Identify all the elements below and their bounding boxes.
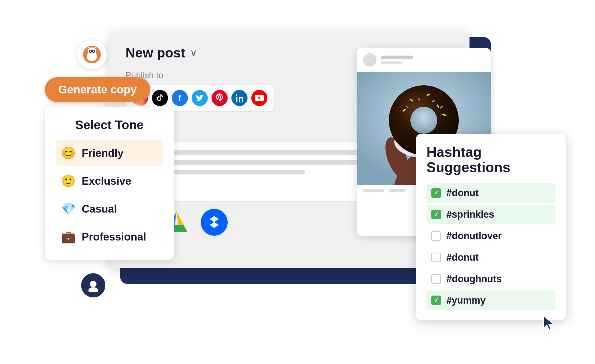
preview-header [357,48,491,72]
user-avatar[interactable] [81,273,105,297]
dropbox-logo[interactable] [201,209,228,236]
hashtag-label-donutlover: #donutlover [446,230,502,242]
professional-emoji: 💼 [61,230,76,244]
mouse-cursor [542,315,555,328]
hashtag-suggestions-panel: Hashtag Suggestions ✓ #donut ✓ #sprinkle… [416,134,566,320]
hashtag-item-sprinkles[interactable]: ✓ #sprinkles [426,205,555,224]
chevron-down-icon[interactable]: ∨ [190,47,197,59]
pinterest-icon[interactable] [212,90,228,106]
hashtag-label-sprinkles: #sprinkles [446,209,494,220]
tone-friendly[interactable]: 😊 Friendly [56,140,163,166]
hashtag-label-yummy: #yummy [446,295,486,306]
tone-selector-panel: Select Tone 😊 Friendly 🙂 Exclusive 💎 Cas… [45,107,174,260]
tiktok-icon[interactable] [152,90,168,106]
casual-emoji: 💎 [61,202,76,216]
hashtag-checkbox-doughnuts[interactable] [431,274,441,284]
casual-label: Casual [82,203,117,215]
hashtag-label-doughnuts: #doughnuts [446,273,502,285]
hootsuite-logo [77,40,107,69]
tone-professional[interactable]: 💼 Professional [56,224,163,250]
hashtag-label-donut-2: #donut [446,252,479,263]
hashtag-checkbox-donutlover[interactable] [431,231,441,241]
tone-exclusive[interactable]: 🙂 Exclusive [56,168,163,194]
hashtag-checkbox-donut-2[interactable] [431,253,441,262]
friendly-label: Friendly [82,147,124,159]
svg-point-7 [90,51,91,52]
preview-footer-line-2 [389,189,405,192]
new-post-title: New post [126,45,185,61]
hashtag-item-yummy[interactable]: ✓ #yummy [426,290,555,310]
preview-name-block [381,56,485,64]
tone-panel-title: Select Tone [56,118,163,132]
hashtag-item-doughnuts[interactable]: #doughnuts [426,269,555,289]
preview-sub-line [381,61,402,64]
friendly-emoji: 😊 [61,146,76,160]
hashtag-item-donut-2[interactable]: #donut [426,247,555,267]
svg-point-12 [90,281,96,287]
hashtag-item-donut-1[interactable]: ✓ #donut [426,183,555,203]
hashtag-panel-title: Hashtag Suggestions [426,144,555,175]
tone-casual[interactable]: 💎 Casual [56,196,163,222]
hashtag-checkbox-yummy[interactable]: ✓ [431,296,441,305]
exclusive-label: Exclusive [82,175,131,187]
hashtag-checkbox-sprinkles[interactable]: ✓ [431,210,441,219]
hashtag-label-donut-1: #donut [446,187,479,199]
exclusive-emoji: 🙂 [61,174,76,188]
youtube-icon[interactable] [251,90,267,106]
preview-name-line [381,56,413,59]
professional-label: Professional [82,231,146,243]
hashtag-checkbox-donut-1[interactable]: ✓ [431,188,441,198]
svg-point-8 [94,51,94,52]
svg-marker-40 [543,316,553,329]
svg-point-13 [88,287,98,292]
linkedin-icon[interactable] [231,90,248,106]
facebook-icon[interactable]: f [172,90,188,106]
hashtag-item-donutlover[interactable]: #donutlover [426,226,555,246]
generate-copy-button[interactable]: Generate copy [45,77,150,102]
twitter-icon[interactable] [192,90,208,106]
preview-footer-line-1 [363,189,385,192]
svg-point-29 [410,107,437,134]
preview-avatar [363,53,377,67]
